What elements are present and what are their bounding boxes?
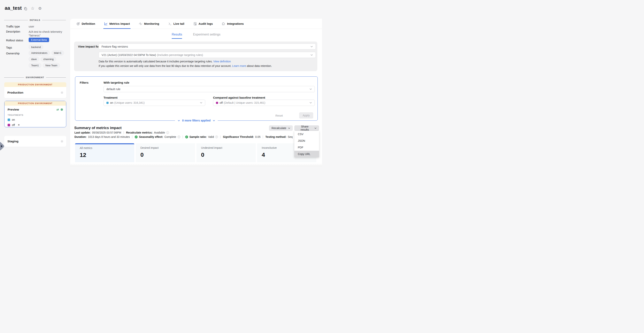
menu-item-json[interactable]: JSON	[294, 138, 319, 144]
owner-pill[interactable]: dave	[29, 57, 39, 62]
chevron-down-icon	[310, 102, 312, 104]
subtab-experiment-settings[interactable]: Experiment settings	[193, 33, 220, 39]
chevron-down-icon	[213, 120, 215, 121]
owner-pill[interactable]: channing	[41, 57, 56, 62]
environment-name: Preview	[8, 108, 19, 111]
menu-item-pdf[interactable]: PDF	[294, 144, 319, 151]
share-results-button[interactable]: Share results	[294, 125, 319, 131]
page-title: aa_test	[5, 5, 22, 11]
chart-line-icon	[104, 22, 108, 26]
card-value: 12	[80, 152, 134, 158]
help-icon[interactable]: ?	[178, 136, 180, 138]
apply-button[interactable]: Apply	[299, 112, 313, 118]
view-definition-link[interactable]: View definition	[213, 60, 231, 63]
chevron-down-icon	[200, 102, 202, 104]
treatment-on-label: on	[12, 118, 15, 121]
menu-item-csv[interactable]: CSV	[294, 131, 319, 138]
treatment-off-label: off	[12, 124, 15, 126]
environment-card-production[interactable]: PRODUCTION ENVIRONMENT Production	[4, 82, 66, 98]
view-impact-label: View impact for	[78, 45, 100, 48]
owner-pill[interactable]: New Team	[43, 63, 60, 68]
target-icon	[76, 22, 80, 26]
learn-more-link[interactable]: Learn more	[232, 64, 246, 68]
default-treatment-icon: ✳	[18, 124, 20, 126]
description-value: A/A test to check telemetry "fairness"	[29, 30, 65, 38]
details-section-header: DETAILS	[4, 19, 66, 22]
seasonality-label: Seasonality effect:	[139, 135, 163, 138]
gear-icon[interactable]: ⚙	[38, 6, 42, 10]
tab-live-tail[interactable]: Live tail	[168, 19, 184, 29]
tab-label: Integrations	[227, 22, 244, 25]
info-icon[interactable]: i	[166, 131, 169, 134]
data-retention-note-suffix: about data retention.	[247, 64, 272, 68]
tag-pill[interactable]: backend	[29, 45, 43, 50]
tab-metrics-impact[interactable]: Metrics impact	[104, 19, 130, 29]
subtab-results[interactable]: Results	[172, 33, 182, 39]
environment-card-staging[interactable]: Staging	[4, 136, 66, 147]
impact-type-value: Feature flag versions	[102, 45, 128, 48]
check-circle-icon: ✓	[185, 136, 188, 138]
version-dropdown[interactable]: V21 (Active) (10/03/2022 04:59PM To Now)…	[99, 52, 316, 58]
recalculate-button[interactable]: Recalculate	[269, 125, 293, 131]
help-icon[interactable]: ?	[215, 136, 218, 138]
recalculate-metrics-value: Available	[154, 131, 165, 134]
version-value: V21 (Active) (10/03/2022 04:59PM To Now)	[102, 54, 156, 56]
baseline-dropdown[interactable]: off (Default | Unique users: 315,461)	[213, 100, 315, 106]
impact-type-dropdown[interactable]: Feature flag versions	[99, 44, 316, 50]
card-all-metrics[interactable]: All metrics 12	[75, 143, 134, 162]
production-environment-band: PRODUCTION ENVIRONMENT	[4, 101, 66, 106]
puzzle-icon	[222, 22, 225, 26]
chevron-down-icon	[288, 128, 290, 129]
traffic-type-value: user	[29, 25, 34, 28]
treatment-value: on	[110, 101, 113, 104]
owner-pill[interactable]: Team1	[29, 63, 41, 68]
copy-icon[interactable]	[24, 7, 28, 10]
expand-arrow-icon[interactable]	[1, 145, 2, 148]
recalculate-metrics-label: Recalculate metrics:	[126, 131, 152, 134]
ownership-label: Ownership	[6, 52, 20, 55]
document-search-icon	[193, 22, 197, 26]
card-label: All metrics	[80, 146, 134, 150]
summary-title: Summary of metrics impact	[74, 126, 122, 130]
significance-label: Significance Threshold:	[223, 135, 254, 138]
owner-pill[interactable]: Administrators	[29, 50, 50, 55]
targeting-rule-dropdown[interactable]: default rule	[104, 86, 315, 92]
metric-summary-cards: All metrics 12 Desired impact 0 Undesire…	[75, 143, 316, 162]
seasonality-value: Complete	[164, 135, 176, 138]
tab-definition[interactable]: Definition	[76, 19, 95, 29]
more-filters-toggle[interactable]: 0 more filters applied	[175, 118, 218, 123]
chevron-down-icon	[310, 46, 313, 48]
rollout-status-badge[interactable]: External Beta	[29, 38, 49, 42]
status-dot	[61, 92, 63, 94]
rollout-status-label: Rollout status	[6, 39, 23, 42]
main-panel: Definition Metrics impact Monitoring Liv…	[70, 19, 322, 166]
sample-ratio-value: Valid	[208, 135, 214, 138]
testing-method-value: Seq	[288, 135, 292, 138]
tab-audit-logs[interactable]: Audit logs	[193, 19, 213, 29]
star-icon[interactable]: ☆	[31, 6, 34, 10]
baseline-label: Compared against baseline treatment	[213, 96, 265, 99]
environment-section-title: ENVIRONMENT	[26, 76, 44, 78]
owner-pill[interactable]: bilal+1	[52, 50, 64, 55]
treatments-label: TREATMENTS	[8, 114, 24, 116]
chevron-down-icon	[310, 88, 312, 90]
flag-tabbar: Definition Metrics impact Monitoring Liv…	[70, 19, 322, 29]
tab-monitoring[interactable]: Monitoring	[139, 19, 159, 29]
environment-card-preview[interactable]: PRODUCTION ENVIRONMENT Preview ⇄ TREATME…	[4, 101, 66, 127]
menu-item-copy-url[interactable]: Copy URL	[294, 151, 319, 157]
card-label: Desired impact	[140, 146, 195, 149]
reset-button[interactable]: Reset	[276, 114, 283, 117]
card-desired-impact[interactable]: Desired impact 0	[136, 143, 195, 162]
check-circle-icon: ✓	[135, 136, 138, 138]
terminal-icon	[168, 22, 172, 26]
tab-integrations[interactable]: Integrations	[222, 19, 244, 29]
treatment-dropdown[interactable]: on (Unique users: 316,341)	[104, 100, 205, 106]
card-undesired-impact[interactable]: Undesired impact 0	[196, 143, 256, 162]
significance-value: 0.05	[255, 135, 260, 138]
baseline-users: (Default | Unique users: 315,461)	[224, 101, 265, 104]
filters-title: Filters	[80, 81, 88, 84]
view-impact-section: View impact for Feature flag versions V2…	[74, 42, 317, 71]
card-value: 0	[140, 152, 195, 158]
chevron-down-icon	[178, 120, 180, 121]
treatment-on-swatch	[8, 118, 10, 121]
